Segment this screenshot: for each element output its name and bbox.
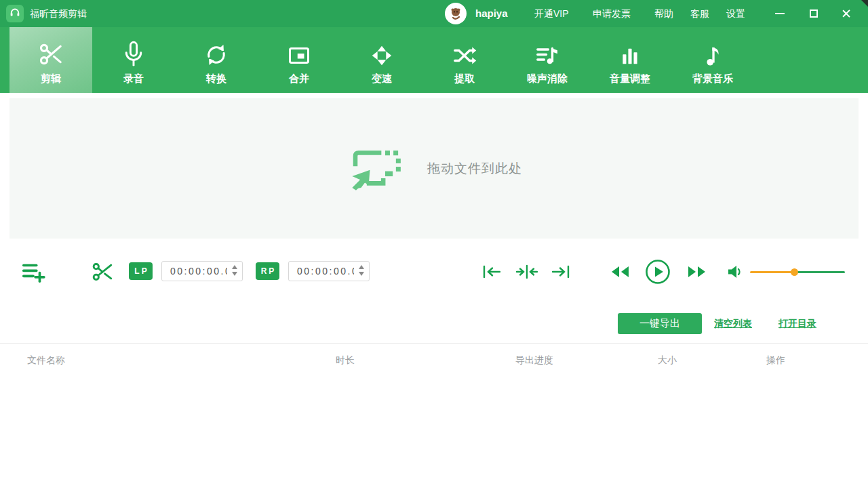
file-table-header: 文件名称 时长 导出进度 大小 操作	[0, 343, 868, 375]
tab-volume-adjust[interactable]: 音量调整	[589, 27, 671, 93]
tab-speed[interactable]: 变速	[340, 27, 423, 93]
playlist-note-icon	[534, 39, 561, 68]
menu-help[interactable]: 帮助	[654, 8, 673, 20]
fast-forward-button[interactable]	[686, 264, 707, 283]
volume-slider-remaining	[795, 271, 845, 273]
tab-record[interactable]: 录音	[92, 27, 175, 93]
column-header-operation: 操作	[766, 354, 785, 367]
scissors-icon	[37, 39, 64, 68]
left-point-badge[interactable]: LP	[129, 262, 153, 280]
maximize-icon	[810, 9, 818, 18]
minimize-button[interactable]	[770, 5, 789, 22]
merge-frames-icon	[286, 39, 312, 68]
set-marker-center-button[interactable]	[515, 264, 538, 283]
rewind-button[interactable]	[610, 264, 631, 283]
left-point-time-wrap	[161, 261, 243, 281]
tab-noise-removal[interactable]: 噪声消除	[506, 27, 589, 93]
add-to-list-button[interactable]	[19, 259, 47, 287]
right-point-time-wrap	[288, 261, 370, 281]
tab-label-merge: 合并	[289, 73, 309, 85]
jump-to-start-button[interactable]	[481, 264, 502, 283]
tab-label-background-music: 背景音乐	[692, 73, 733, 85]
app-title: 福昕音频剪辑	[30, 8, 87, 20]
menu-open-vip[interactable]: 开通VIP	[534, 8, 569, 20]
tab-label-convert: 转换	[206, 73, 226, 85]
tab-label-bg-music-volume: 音量调整	[610, 73, 650, 85]
clear-list-link[interactable]: 清空列表	[714, 318, 752, 330]
spinner-up-icon[interactable]	[232, 265, 237, 269]
close-button[interactable]	[837, 5, 856, 22]
volume-slider-filled	[750, 271, 795, 273]
drop-zone-text: 拖动文件到此处	[427, 160, 522, 178]
menu-request-invoice[interactable]: 申请发票	[593, 8, 631, 20]
volume-bars-icon	[618, 39, 642, 68]
column-header-duration: 时长	[336, 354, 355, 367]
tab-extract[interactable]: 提取	[423, 27, 506, 93]
spinner-down-icon[interactable]	[232, 272, 237, 276]
speaker-icon[interactable]	[726, 264, 744, 283]
tab-background-music[interactable]: 背景音乐	[671, 27, 754, 93]
main-toolbar: 剪辑 录音 转换 合并	[0, 27, 868, 93]
music-note-icon	[701, 39, 725, 68]
cut-button[interactable]	[90, 260, 115, 286]
play-button[interactable]	[645, 259, 671, 287]
spinner-down-icon[interactable]	[359, 272, 364, 276]
column-header-export-progress: 导出进度	[515, 354, 553, 367]
menu-settings[interactable]: 设置	[726, 8, 745, 20]
spinner-up-icon[interactable]	[359, 265, 364, 269]
maximize-button[interactable]	[804, 5, 823, 22]
titlebar: 福昕音频剪辑 hapiya 开通VIP 申请发票 帮助 客服 设置	[0, 0, 868, 27]
left-point-spinner[interactable]	[232, 265, 237, 276]
volume-slider[interactable]	[750, 271, 845, 273]
right-point-time-input[interactable]	[288, 261, 370, 281]
corner-fold-decoration	[861, 0, 868, 7]
file-drop-zone[interactable]: 拖动文件到此处	[9, 98, 859, 239]
microphone-icon	[121, 39, 146, 68]
tab-label-record: 录音	[123, 73, 144, 85]
shuffle-extract-icon	[451, 39, 478, 68]
left-point-time-input[interactable]	[161, 261, 243, 281]
column-header-size: 大小	[658, 354, 677, 367]
jump-to-end-button[interactable]	[551, 264, 571, 283]
speed-clover-icon	[370, 39, 394, 68]
close-icon	[842, 9, 851, 18]
user-avatar[interactable]	[445, 3, 467, 24]
username[interactable]: hapiya	[475, 7, 508, 19]
actions-row: 一键导出 清空列表 打开目录	[0, 312, 868, 339]
app-logo	[6, 5, 24, 22]
right-point-badge[interactable]: RP	[256, 262, 279, 280]
column-header-filename: 文件名称	[27, 354, 65, 367]
tab-label-speed: 变速	[372, 73, 392, 85]
avatar-cartoon-icon	[446, 3, 466, 24]
headphone-icon	[9, 6, 21, 21]
right-point-spinner[interactable]	[359, 265, 364, 276]
tab-label-noise-removal: 噪声消除	[527, 73, 568, 85]
drag-file-icon	[346, 143, 404, 195]
volume-slider-knob[interactable]	[791, 268, 798, 276]
tab-label-clip: 剪辑	[41, 73, 61, 85]
tab-label-extract: 提取	[454, 73, 475, 85]
export-all-button[interactable]: 一键导出	[618, 313, 702, 334]
tab-merge[interactable]: 合并	[258, 27, 340, 93]
controls-row: LP RP	[0, 252, 868, 291]
convert-arrows-icon	[203, 39, 229, 68]
open-directory-link[interactable]: 打开目录	[778, 318, 816, 330]
tab-clip[interactable]: 剪辑	[9, 27, 92, 93]
menu-customer-service[interactable]: 客服	[690, 8, 709, 20]
tab-convert[interactable]: 转换	[175, 27, 258, 93]
minimize-icon	[775, 13, 785, 14]
